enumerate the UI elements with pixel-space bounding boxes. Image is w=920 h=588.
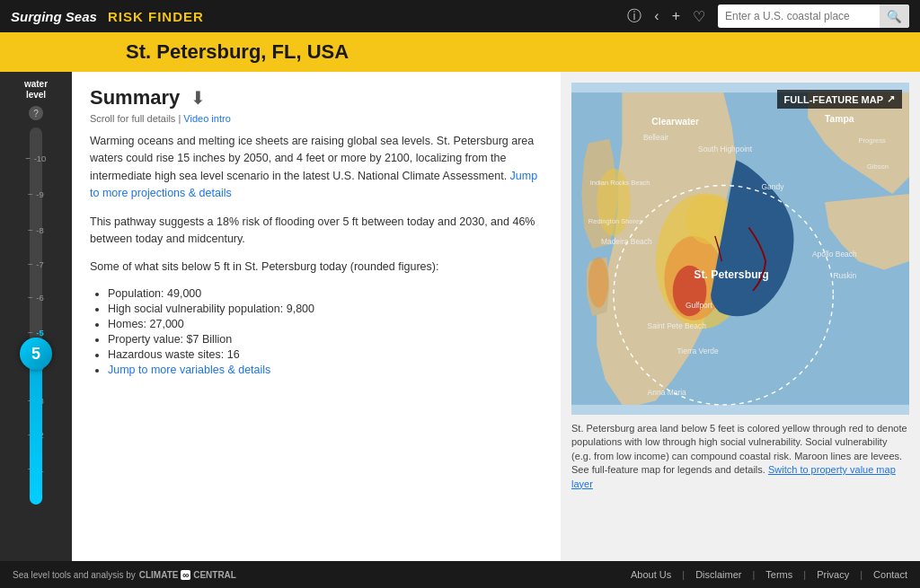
- svg-text:Tierra Verde: Tierra Verde: [677, 347, 719, 356]
- svg-text:Gulfport: Gulfport: [686, 301, 713, 310]
- footer-terms-link[interactable]: Terms: [765, 569, 792, 580]
- svg-text:Anna Maria: Anna Maria: [648, 388, 687, 397]
- tick-8: -8: [28, 225, 43, 235]
- summary-body-2: This pathway suggests a 18% risk of floo…: [90, 214, 543, 249]
- location-bar: St. Petersburg, FL, USA: [0, 32, 920, 72]
- heart-icon[interactable]: ♡: [693, 8, 705, 25]
- map-svg: Clearwater Belleair South Highpoint Indi…: [571, 83, 909, 415]
- list-item: Jump to more variables & details: [108, 364, 543, 376]
- search-button[interactable]: 🔍: [880, 4, 909, 28]
- svg-text:Clearwater: Clearwater: [651, 117, 699, 127]
- scroll-hint-text: Scroll for full details: [90, 113, 175, 124]
- header-logo-risk: RISK FINDER: [108, 9, 204, 24]
- svg-text:South Highpoint: South Highpoint: [698, 145, 753, 154]
- header: Surging Seas RISK FINDER ⓘ ‹ + ♡ 🔍: [0, 0, 920, 32]
- gauge-marker[interactable]: 5: [20, 338, 52, 370]
- tick-10: -10: [26, 154, 47, 163]
- svg-point-11: [588, 257, 609, 307]
- svg-text:Madeira Beach: Madeira Beach: [601, 237, 652, 246]
- svg-text:Progress: Progress: [859, 137, 886, 145]
- main-content: waterlevel ? -10 -9 -8 -7 -6 -5: [0, 72, 920, 561]
- sidebar: waterlevel ? -10 -9 -8 -7 -6 -5: [0, 72, 72, 561]
- map-caption: St. Petersburg area land below 5 feet is…: [571, 422, 909, 491]
- header-logo-surging: Surging Seas: [11, 9, 97, 24]
- search-box: 🔍: [718, 4, 909, 28]
- footer-right: About Us | Disclaimer | Terms | Privacy …: [631, 569, 907, 580]
- header-right: ⓘ ‹ + ♡ 🔍: [627, 4, 909, 28]
- summary-body-1: Warming oceans and melting ice sheets ar…: [90, 133, 543, 203]
- external-link-icon: ↗: [887, 93, 895, 105]
- svg-text:Redington Shores: Redington Shores: [588, 217, 642, 225]
- list-item: Hazardous waste sites: 16: [108, 348, 543, 361]
- svg-text:Saint Pete Beach: Saint Pete Beach: [648, 321, 707, 330]
- svg-text:Apollo Beach: Apollo Beach: [812, 250, 857, 259]
- jump-variables-link[interactable]: Jump to more variables & details: [108, 364, 270, 376]
- summary-body-3: Some of what sits below 5 ft in St. Pete…: [90, 259, 543, 276]
- header-left: Surging Seas RISK FINDER: [11, 9, 204, 24]
- tick-6: -6: [28, 293, 43, 303]
- tick-5: -5: [28, 328, 43, 338]
- water-level-label: waterlevel: [24, 79, 48, 101]
- bullet-list: Population: 49,000 High social vulnerabi…: [108, 287, 543, 376]
- scroll-hint: Scroll for full details | Video intro: [90, 113, 543, 124]
- map-panel: FULL-FEATURE MAP ↗: [561, 72, 920, 561]
- add-icon[interactable]: +: [672, 8, 680, 24]
- back-icon[interactable]: ‹: [654, 8, 659, 24]
- svg-text:Gandy: Gandy: [762, 182, 785, 191]
- footer-left-text: Sea level tools and analysis by: [13, 570, 136, 580]
- footer-about-link[interactable]: About Us: [631, 569, 671, 580]
- list-item: Homes: 27,000: [108, 318, 543, 330]
- location-title: St. Petersburg, FL, USA: [126, 40, 349, 64]
- info-icon[interactable]: ⓘ: [627, 7, 641, 26]
- download-button[interactable]: ⬇: [190, 87, 206, 109]
- content-panel: Summary ⬇ Scroll for full details | Vide…: [72, 72, 561, 561]
- svg-text:Indian Rocks Beach: Indian Rocks Beach: [590, 180, 650, 188]
- cc-icon: ∞: [181, 570, 190, 580]
- footer-privacy-link[interactable]: Privacy: [817, 569, 849, 580]
- footer-logo: CLIMATE ∞ CENTRAL: [139, 570, 236, 580]
- gauge-container: -10 -9 -8 -7 -6 -5 -4 -3: [20, 127, 52, 505]
- svg-text:Tampa: Tampa: [825, 114, 854, 124]
- tick-7: -7: [28, 259, 43, 269]
- svg-text:Belleair: Belleair: [643, 133, 668, 142]
- tick-9: -9: [28, 189, 43, 199]
- footer-contact-link[interactable]: Contact: [873, 569, 907, 580]
- summary-header: Summary ⬇: [90, 86, 543, 110]
- list-item: Population: 49,000: [108, 287, 543, 300]
- map-container: FULL-FEATURE MAP ↗: [571, 83, 909, 415]
- video-intro-link[interactable]: Video intro: [183, 113, 230, 124]
- svg-text:Ruskin: Ruskin: [833, 271, 856, 280]
- header-logo-space: [101, 9, 104, 24]
- list-item: Property value: $7 Billion: [108, 333, 543, 346]
- footer-left: Sea level tools and analysis by CLIMATE …: [13, 570, 236, 580]
- footer: Sea level tools and analysis by CLIMATE …: [0, 561, 920, 588]
- footer-disclaimer-link[interactable]: Disclaimer: [695, 569, 741, 580]
- full-feature-map-button[interactable]: FULL-FEATURE MAP ↗: [777, 90, 902, 109]
- svg-text:St. Petersburg: St. Petersburg: [694, 268, 769, 281]
- search-input[interactable]: [718, 8, 880, 24]
- list-item: High social vulnerability population: 9,…: [108, 303, 543, 315]
- summary-title: Summary: [90, 86, 180, 110]
- full-feature-label: FULL-FEATURE MAP: [784, 94, 883, 105]
- svg-text:Gibson: Gibson: [867, 162, 889, 171]
- help-button[interactable]: ?: [29, 106, 43, 120]
